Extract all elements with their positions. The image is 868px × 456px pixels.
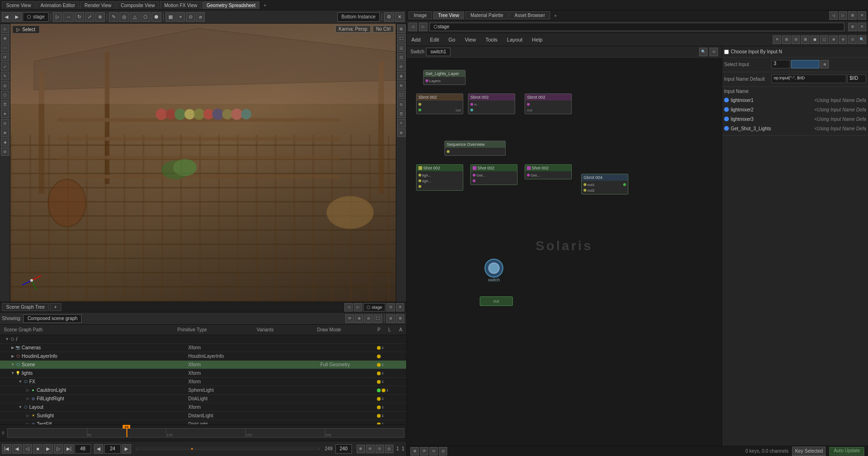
btn-play-back[interactable]: ◁ [23, 444, 32, 454]
status-btn-zoom[interactable]: ⟳ [420, 447, 428, 456]
sg-tb-2[interactable]: ⊕ [355, 314, 363, 323]
expand-icon[interactable]: ▷ [25, 414, 30, 418]
rt-extra-1[interactable]: ⊕ [848, 23, 857, 31]
tool-2[interactable]: ⊕ [1, 34, 9, 42]
sm-btn-search[interactable]: 🔍 [858, 35, 866, 44]
current-frame[interactable]: 48 [75, 444, 91, 454]
showing-value[interactable]: Composed scene graph [23, 314, 82, 323]
status-btn-4[interactable]: ◎ [439, 447, 447, 456]
tab-asset-browser[interactable]: Asset Browser [509, 11, 550, 19]
key-selected-btn[interactable]: Key Selected [792, 447, 826, 456]
expand-icon[interactable]: ▼ [5, 337, 9, 342]
btn-next-frame[interactable]: ▷ [54, 444, 63, 454]
sg-tree[interactable]: ▼ ⬡ / ▶ 📷 Cameras Xform [0, 335, 406, 424]
tool-4[interactable]: ↺ [1, 53, 9, 61]
btn-tool6[interactable]: ⊙ [186, 12, 195, 22]
rt-forward[interactable]: ▷ [419, 23, 427, 31]
expand-icon[interactable]: ▷ [25, 397, 30, 401]
menu-tools[interactable]: Tools [481, 33, 502, 46]
sg-tb-5[interactable]: ⊚ [386, 314, 395, 323]
rp-ctrl-2[interactable]: ▷ [839, 11, 847, 20]
sg-ctrl-4[interactable]: ✕ [396, 303, 404, 312]
tool-8[interactable]: ⬡ [1, 91, 9, 99]
switch-search[interactable]: 🔍 [699, 48, 708, 56]
tab-render-view[interactable]: Render View [80, 1, 116, 9]
btn-anim-2[interactable]: ⊖ [366, 445, 375, 453]
timeline-bar[interactable]: 50 100 150 200 48 [7, 428, 404, 438]
select-input-slider[interactable] [791, 60, 819, 68]
rt-btn-1[interactable]: ⊞ [397, 25, 406, 33]
table-row[interactable]: ▷ ☀ Sunlight DistantLight 1 [0, 412, 406, 420]
btn-tool5[interactable]: ⬢ [151, 12, 161, 22]
btn-play[interactable]: ▶ [43, 444, 53, 454]
sg-tb-4[interactable]: ⛶ [374, 314, 382, 323]
fps-value[interactable]: 24 [104, 444, 121, 454]
btn-close[interactable]: ✕ [395, 12, 404, 22]
tab-animation-editor[interactable]: Animation Editor [36, 1, 79, 9]
rp-ctrl-1[interactable]: ◁ [829, 11, 838, 20]
expand-icon[interactable]: ▼ [18, 380, 23, 384]
table-row[interactable]: ▶ ⬡ HoudiniLayerInfo HoudiniLayerInfo [0, 352, 406, 361]
sm-btn-8[interactable]: ⊖ [839, 35, 847, 44]
rt-btn-3[interactable]: ◱ [397, 43, 406, 52]
btn-anim-1[interactable]: ⊕ [357, 445, 365, 453]
tool-13[interactable]: ◈ [1, 138, 9, 146]
rt-btn-2[interactable]: ⛶ [397, 34, 406, 42]
sm-btn-4[interactable]: ⊠ [801, 35, 810, 44]
rt-back[interactable]: ◁ [409, 23, 417, 31]
expand-icon[interactable]: ▼ [18, 405, 23, 410]
select-node[interactable] [484, 259, 503, 278]
tool-12[interactable]: ⊕ [1, 128, 9, 137]
btn-anim-4[interactable]: ◎ [385, 445, 393, 453]
rt-btn-10[interactable]: ☰ [397, 110, 406, 118]
btn-stop[interactable]: ■ [33, 444, 42, 454]
sg-tb-settings[interactable]: ⚙ [396, 314, 404, 323]
btn-first-frame[interactable]: |◀ [2, 444, 11, 454]
btn-tool4[interactable]: ⬡ [141, 12, 150, 22]
tool-10[interactable]: ✦ [1, 110, 9, 118]
btn-settings[interactable]: ⚙ [384, 12, 394, 22]
rt-btn-7[interactable]: ⊖ [397, 81, 406, 90]
menu-view[interactable]: View [460, 33, 481, 46]
karma-label[interactable]: Karma: Persp [335, 25, 371, 33]
sg-ctrl-1[interactable]: ◁ [344, 303, 353, 312]
end-frame-input[interactable]: 240 [335, 444, 352, 454]
add-tab-button[interactable]: + [260, 1, 269, 9]
viewport-nav-back[interactable]: ◀ [2, 12, 11, 22]
table-row[interactable]: ▼ 💡 lights Xform 1 [0, 369, 406, 378]
sg-ctrl-2[interactable]: ▷ [354, 303, 362, 312]
input-name-default-val1[interactable]: op:input("-", $IID [771, 75, 846, 83]
btn-display1[interactable]: ▦ [166, 12, 175, 22]
sm-btn-7[interactable]: ⊕ [829, 35, 838, 44]
tab-sg-add[interactable]: + [50, 303, 61, 311]
btn-fps-down[interactable]: ◀ [94, 444, 103, 454]
switch-btn2[interactable]: ⊙ [709, 48, 718, 56]
tab-scene-view[interactable]: Scene View [2, 1, 35, 9]
tool-select[interactable]: ▷ [1, 25, 9, 33]
menu-go[interactable]: Go [444, 33, 460, 46]
sg-tb-1[interactable]: ⟳ [345, 314, 354, 323]
add-right-tab[interactable]: + [551, 12, 559, 19]
table-row[interactable]: ▷ ● CauldronLight SphereLight 1 [0, 386, 406, 395]
viewport-nav-forward[interactable]: ▶ [12, 12, 22, 22]
no-ctrl-label[interactable]: No Ctrl [373, 25, 394, 33]
btn-fps-up[interactable]: ▶ [122, 444, 131, 454]
rt-btn-9[interactable]: ⊙ [397, 100, 406, 109]
btn-last-frame[interactable]: ▶| [64, 444, 74, 454]
btn-scale[interactable]: ⤢ [85, 12, 94, 22]
rt-btn-5[interactable]: ⟳ [397, 62, 406, 71]
tool-11[interactable]: ⊙ [1, 119, 9, 127]
table-row[interactable]: ▷ ◎ TentFill DiskLight 1 [0, 420, 406, 424]
menu-add[interactable]: Add [407, 33, 426, 46]
input-name-default-val2[interactable]: $IID [847, 75, 866, 83]
sm-btn-5[interactable]: ◼ [810, 35, 819, 44]
sm-btn-1[interactable]: ✕ [773, 35, 781, 44]
status-btn-3[interactable]: ⊙ [429, 447, 438, 456]
tab-scene-graph-tree[interactable]: Scene Graph Tree [2, 303, 49, 311]
table-row[interactable]: ▷ ◎ FillLightRight DiskLight 1 [0, 395, 406, 403]
sm-btn-3[interactable]: ⊟ [792, 35, 800, 44]
sm-btn-6[interactable]: ◻ [820, 35, 828, 44]
menu-help[interactable]: Help [527, 33, 548, 46]
btn-tool7[interactable]: ⌀ [196, 12, 205, 22]
btn-snap[interactable]: ⌖ [176, 12, 185, 22]
